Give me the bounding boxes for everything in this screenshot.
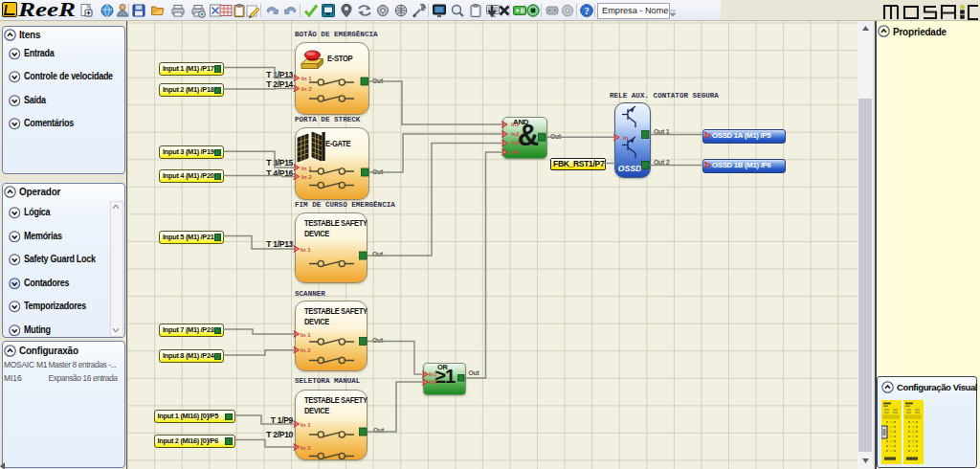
svg-text:?: ? bbox=[584, 6, 589, 16]
